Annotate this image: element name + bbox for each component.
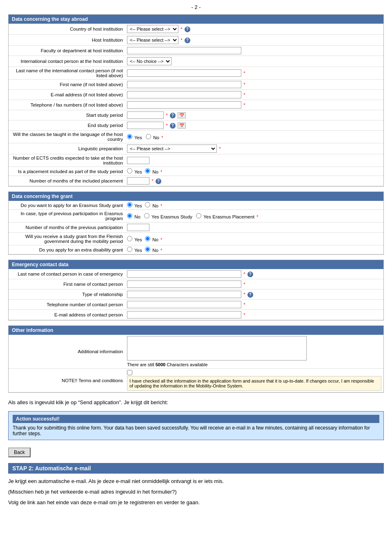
- relationship-input[interactable]: [127, 291, 241, 298]
- last-name-emergency-row: Last name of contact person in case of e…: [9, 269, 383, 279]
- back-button[interactable]: Back: [8, 447, 31, 457]
- other-header: Other information: [9, 326, 383, 335]
- additional-info-row: Additional information There are still 5…: [9, 335, 383, 369]
- placement-included-label: Is a placement included as part of the s…: [9, 167, 125, 176]
- faculty-input[interactable]: [127, 47, 241, 54]
- last-name-contact-label: Last name of the international contact p…: [9, 67, 125, 80]
- prev-part-no-radio[interactable]: [127, 213, 132, 218]
- page-number: - 2 -: [8, 4, 384, 10]
- prev-part-yes-placement-radio[interactable]: [196, 213, 201, 218]
- prev-part-yes-study-radio[interactable]: [144, 213, 149, 218]
- erasmus-grant-no-label: No: [152, 203, 158, 208]
- months-placement-row: Number of months of the included placeme…: [9, 176, 383, 186]
- end-study-input[interactable]: [127, 122, 164, 129]
- action-success-box: Action successful! Thank you for submitt…: [8, 411, 384, 440]
- ects-row: Number of ECTS credits expected to take …: [9, 154, 383, 167]
- erasmus-grant-row: Do you want to apply for an Erasmus Stud…: [9, 201, 383, 210]
- first-name-contact-input-cell: *: [125, 80, 383, 90]
- emergency-header: Emergency contact data: [9, 260, 383, 269]
- email-emergency-input[interactable]: [127, 311, 241, 318]
- erasmus-grant-yes-radio[interactable]: [127, 202, 132, 207]
- stap2-header: STAP 2: Automatische e-mail: [8, 463, 384, 474]
- terms-checkbox[interactable]: [127, 370, 132, 375]
- erasmus-grant-required: *: [160, 203, 162, 208]
- linguistic-row: Linguistic preparation <-- Please select…: [9, 143, 383, 154]
- terms-text: I have checked all the information in th…: [127, 376, 381, 391]
- faculty-input-cell: [125, 46, 383, 56]
- end-study-calendar-icon[interactable]: 📅: [178, 122, 186, 129]
- host-institution-input-cell: <-- Please select --> * ?: [125, 35, 383, 46]
- grant-section: Data concerning the grant Do you want to…: [8, 191, 384, 255]
- start-study-input[interactable]: [127, 111, 164, 119]
- relationship-row: Type of relationship * ?: [9, 289, 383, 300]
- months-previous-input[interactable]: [127, 224, 149, 231]
- last-name-contact-row: Last name of the international contact p…: [9, 67, 383, 80]
- flemish-grant-yes-radio[interactable]: [127, 236, 132, 241]
- last-name-contact-input[interactable]: [127, 69, 241, 77]
- ects-label: Number of ECTS credits expected to take …: [9, 154, 125, 167]
- disability-grant-label: Do you apply for an extra disability gra…: [9, 245, 125, 254]
- placement-no-radio[interactable]: [145, 168, 150, 174]
- language-yes-radio[interactable]: [127, 134, 132, 139]
- previous-participation-input-cell: No Yes Erasmus Study Yes Erasmus Placeme…: [125, 210, 383, 223]
- telephone-emergency-input[interactable]: [127, 301, 241, 308]
- relationship-help-icon[interactable]: ?: [247, 292, 253, 298]
- last-name-emergency-input[interactable]: [127, 270, 241, 278]
- host-institution-help-icon[interactable]: ?: [185, 38, 190, 43]
- telephone-emergency-row: Telephone number of contact person *: [9, 300, 383, 310]
- telephone-contact-input[interactable]: [127, 101, 241, 109]
- stay-abroad-table: Country of host institution <-- Please s…: [9, 24, 383, 186]
- country-host-label: Country of host institution: [9, 24, 125, 35]
- start-study-help-icon[interactable]: ?: [170, 113, 176, 118]
- linguistic-select[interactable]: <-- Please select -->: [127, 145, 217, 153]
- start-study-calendar-icon[interactable]: 📅: [178, 112, 186, 118]
- disability-grant-yes-label: Yes: [134, 248, 142, 253]
- months-placement-input-cell: * ?: [125, 176, 383, 186]
- language-yes-label: Yes: [134, 135, 142, 140]
- flemish-grant-label: Will you receive a study grant from the …: [9, 233, 125, 245]
- first-name-contact-label: First name (if not listed above): [9, 80, 125, 90]
- language-classes-row: Will the classes be taught in the langua…: [9, 131, 383, 143]
- linguistic-input-cell: <-- Please select --> *: [125, 143, 383, 154]
- terms-label: NOTE!! Terms and conditions: [9, 369, 125, 392]
- other-table: Additional information There are still 5…: [9, 335, 383, 392]
- additional-info-textarea[interactable]: [127, 336, 307, 361]
- language-no-radio[interactable]: [146, 134, 151, 139]
- email-contact-input[interactable]: [127, 91, 241, 98]
- host-institution-select[interactable]: <-- Please select -->: [127, 36, 178, 44]
- additional-info-label: Additional information: [9, 335, 125, 369]
- erasmus-grant-no-radio[interactable]: [145, 202, 150, 207]
- telephone-contact-required: *: [243, 102, 245, 107]
- international-contact-row: International contact person at the host…: [9, 56, 383, 67]
- email-emergency-row: E-mail address of contact person *: [9, 310, 383, 320]
- months-placement-label: Number of months of the included placeme…: [9, 176, 125, 186]
- end-study-help-icon[interactable]: ?: [170, 123, 176, 129]
- disability-grant-yes-radio[interactable]: [127, 247, 132, 252]
- email-contact-row: E-mail address (if not listed above) *: [9, 90, 383, 100]
- terms-input-cell: I have checked all the information in th…: [125, 369, 383, 392]
- country-host-help-icon[interactable]: ?: [185, 27, 190, 32]
- first-name-contact-row: First name (if not listed above) *: [9, 80, 383, 90]
- last-name-emergency-help-icon[interactable]: ?: [247, 272, 253, 277]
- ects-input[interactable]: [127, 157, 149, 164]
- action-success-header: Action successful!: [13, 415, 379, 423]
- flemish-grant-no-radio[interactable]: [145, 236, 150, 241]
- months-placement-help-icon[interactable]: ?: [156, 178, 161, 184]
- first-name-emergency-input[interactable]: [127, 280, 241, 288]
- placement-yes-radio[interactable]: [127, 168, 132, 174]
- disability-grant-input-cell: Yes No *: [125, 245, 383, 254]
- language-classes-input-cell: Yes No *: [125, 131, 383, 143]
- telephone-emergency-label: Telephone number of contact person: [9, 300, 125, 310]
- relationship-input-cell: * ?: [125, 289, 383, 300]
- country-host-select[interactable]: <-- Please select -->: [127, 25, 178, 33]
- months-placement-input[interactable]: [127, 177, 149, 185]
- disability-grant-no-radio[interactable]: [145, 247, 150, 252]
- international-contact-select[interactable]: <-- No choice -->: [127, 57, 172, 65]
- first-name-contact-input[interactable]: [127, 81, 241, 88]
- erasmus-grant-label: Do you want to apply for an Erasmus Stud…: [9, 201, 125, 210]
- first-name-contact-required: *: [243, 82, 245, 87]
- country-host-required: *: [180, 27, 182, 31]
- relationship-label: Type of relationship: [9, 289, 125, 300]
- telephone-contact-input-cell: *: [125, 100, 383, 110]
- email-emergency-required: *: [243, 312, 245, 317]
